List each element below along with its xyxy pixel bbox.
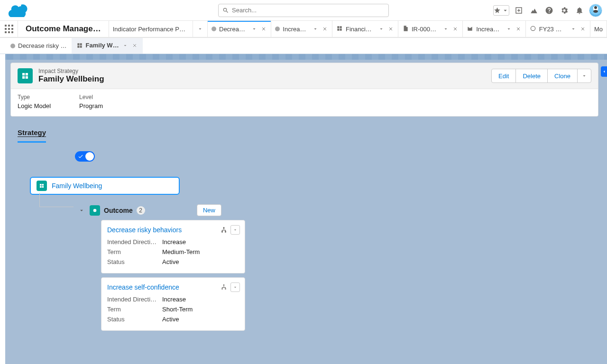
field-label: Term	[107, 248, 158, 255]
edit-button[interactable]: Edit	[491, 69, 516, 83]
tab-label: Indicator Performance Pe…	[113, 26, 189, 33]
workspace-tab-0[interactable]: Indicator Performance Pe…	[109, 21, 193, 37]
box-icon	[467, 25, 473, 33]
chevron-down-icon[interactable]	[442, 26, 449, 32]
card-menu-button[interactable]	[230, 225, 240, 235]
help-button[interactable]	[543, 5, 555, 16]
workspace-tab-0-chevron[interactable]	[193, 21, 208, 37]
record-actions: Edit Delete Clone	[491, 69, 591, 83]
plus-icon	[515, 6, 523, 15]
workspace-tab-overflow[interactable]: Mo	[590, 21, 607, 37]
svg-point-1	[93, 209, 97, 212]
new-outcome-button[interactable]: New	[197, 204, 221, 216]
card-title[interactable]: Increase self-confidence	[107, 283, 179, 291]
tab-strategy[interactable]: Strategy	[18, 128, 46, 142]
field-value: Short-Term	[162, 306, 193, 313]
chevron-down-icon[interactable]	[251, 26, 258, 32]
trailhead-button[interactable]	[528, 5, 540, 16]
sub-tab-bar: Decrease risky … Family W…	[0, 38, 607, 54]
user-avatar[interactable]	[589, 4, 602, 17]
question-icon	[545, 6, 553, 15]
card-title[interactable]: Decrease risky behaviors	[107, 226, 182, 234]
caret-down-icon	[233, 285, 238, 290]
content-stage: Impact Strategy Family Wellbeing Edit De…	[0, 54, 607, 364]
workspace-tab-3[interactable]: Financia…	[332, 21, 398, 37]
record-type-label: Impact Strategy	[38, 68, 104, 74]
global-header	[0, 0, 607, 21]
sub-tab-1[interactable]: Family W…	[72, 38, 143, 54]
chevron-down-icon[interactable]	[506, 26, 512, 32]
strategy-root-node[interactable]: Family Wellbeing	[30, 177, 180, 195]
search-icon	[222, 7, 229, 14]
show-fields-toggle[interactable]	[75, 151, 95, 162]
hierarchy-icon[interactable]	[220, 226, 228, 234]
workspace-tab-1[interactable]: Decreas…	[208, 21, 271, 37]
check-icon	[78, 154, 83, 159]
waffle-icon	[5, 25, 13, 33]
card-menu-button[interactable]	[230, 282, 240, 292]
record-highlight-fields: Type Logic Model Level Program	[11, 89, 598, 116]
close-icon[interactable]	[131, 42, 138, 49]
close-icon[interactable]	[260, 26, 267, 32]
collapse-button[interactable]	[77, 206, 86, 215]
svg-rect-6	[221, 288, 222, 289]
close-icon[interactable]	[452, 26, 459, 32]
sub-tab-0[interactable]: Decrease risky …	[6, 38, 72, 54]
app-nav-bar: Outcome Manage… Indicator Performance Pe…	[0, 21, 607, 38]
field-value: Medium-Term	[162, 248, 200, 255]
notifications-button[interactable]	[574, 5, 585, 16]
svg-point-0	[531, 26, 535, 30]
field-label: Intended Directi…	[107, 296, 158, 303]
chevron-down-icon[interactable]	[122, 42, 129, 49]
caret-down-icon	[233, 228, 238, 232]
workspace-tab-5[interactable]: Increas…	[463, 21, 526, 37]
grid-icon	[76, 42, 83, 49]
bell-icon	[575, 6, 584, 15]
impact-strategy-icon	[18, 68, 33, 83]
svg-rect-2	[223, 227, 224, 228]
field-value: Increase	[162, 238, 186, 246]
chevron-down-icon[interactable]	[378, 26, 385, 32]
favorites-split-button[interactable]	[493, 5, 509, 16]
global-create-button[interactable]	[513, 5, 524, 16]
document-icon	[402, 25, 409, 33]
close-icon[interactable]	[387, 26, 394, 32]
delete-button[interactable]: Delete	[515, 69, 548, 83]
workspace-tabs: Indicator Performance Pe… Decreas… Incre…	[109, 21, 590, 37]
workspace-tab-4[interactable]: IR-0000…	[398, 21, 463, 37]
tab-label: FY23 %…	[539, 26, 567, 33]
outcome-icon	[90, 205, 100, 216]
decorative-strip	[0, 54, 607, 60]
record-dot-icon	[212, 27, 216, 31]
close-icon[interactable]	[322, 26, 328, 32]
chevron-down-icon[interactable]	[312, 26, 319, 32]
app-name: Outcome Manage…	[18, 21, 109, 37]
workspace-tab-6[interactable]: FY23 %…	[526, 21, 590, 37]
tab-label: Financia…	[346, 26, 375, 33]
close-icon[interactable]	[515, 26, 522, 32]
field-label: Status	[107, 258, 158, 265]
branch-label: Outcome	[104, 207, 133, 214]
field-label: Term	[107, 306, 158, 313]
app-launcher[interactable]	[0, 21, 18, 37]
field-value: Active	[162, 258, 179, 265]
clone-button[interactable]: Clone	[547, 69, 578, 83]
field-label: Level	[79, 94, 103, 100]
svg-rect-5	[223, 284, 224, 285]
global-search[interactable]	[218, 4, 389, 17]
toggle-thumb	[85, 152, 94, 161]
right-edge-toggle[interactable]	[601, 66, 607, 77]
field-label: Intended Directi…	[107, 238, 158, 246]
hierarchy-icon[interactable]	[220, 283, 228, 291]
outcome-card: Decrease risky behaviors Intended Direct…	[101, 220, 245, 273]
chevron-down-icon[interactable]	[570, 26, 577, 32]
tab-label: Decreas…	[219, 26, 248, 33]
field-value: Program	[79, 102, 103, 109]
setup-button[interactable]	[559, 5, 570, 16]
global-search-input[interactable]	[232, 7, 385, 14]
field-value: Logic Model	[18, 102, 51, 109]
workspace-tab-2[interactable]: Increas…	[271, 21, 332, 37]
close-icon[interactable]	[579, 26, 586, 32]
more-actions-button[interactable]	[577, 69, 591, 83]
grid-icon	[336, 25, 343, 33]
